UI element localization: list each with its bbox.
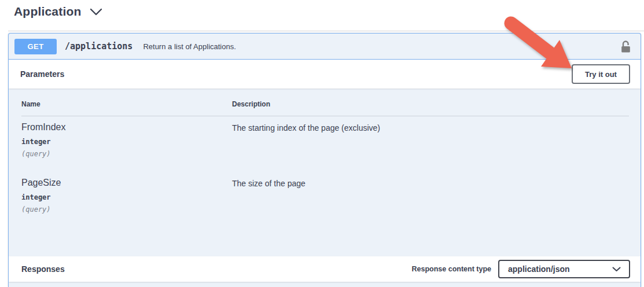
parameters-section-header: Parameters Try it out (9, 60, 641, 89)
param-description: The size of the page (232, 178, 629, 188)
opblock-summary[interactable]: GET /applications Return a list of Appli… (9, 34, 641, 60)
table-row: FromIndex integer (query) The starting i… (21, 116, 629, 172)
responses-title: Responses (21, 264, 65, 274)
chevron-down-icon (90, 8, 102, 16)
response-content-type-group: Response content type application/json (411, 260, 630, 278)
tag-divider (8, 31, 644, 31)
tag-header-application[interactable]: Application (14, 5, 102, 19)
table-row: PageSize integer (query) The size of the… (21, 172, 629, 227)
response-content-type-select[interactable]: application/json (498, 260, 630, 278)
responses-section-header: Responses Response content type applicat… (9, 256, 641, 282)
response-content-type-value: application/json (508, 264, 570, 274)
parameters-table-container: Name Description FromIndex integer (quer… (9, 89, 641, 256)
param-location: (query) (21, 205, 232, 214)
param-name: FromIndex (21, 122, 232, 133)
unlocked-padlock-icon[interactable] (620, 40, 631, 53)
parameters-title: Parameters (20, 69, 64, 79)
parameters-table: Name Description FromIndex integer (quer… (21, 100, 629, 227)
column-header-description: Description (232, 100, 629, 116)
param-name: PageSize (21, 178, 232, 188)
page-title: Application (14, 5, 82, 19)
param-description: The starting index of the page (exclusiv… (232, 122, 629, 133)
param-location: (query) (21, 150, 232, 158)
param-type: integer (21, 193, 232, 201)
endpoint-path: /applications (65, 41, 133, 51)
param-type: integer (21, 138, 232, 146)
response-content-type-label: Response content type (411, 265, 491, 273)
endpoint-summary: Return a list of Applications. (143, 42, 235, 51)
opblock-get-applications: GET /applications Return a list of Appli… (8, 33, 641, 287)
chevron-down-icon (612, 264, 621, 274)
http-method-badge: GET (14, 39, 57, 54)
opblock-bottom-strip (9, 282, 641, 287)
try-it-out-button[interactable]: Try it out (572, 64, 630, 84)
column-header-name: Name (21, 100, 232, 116)
